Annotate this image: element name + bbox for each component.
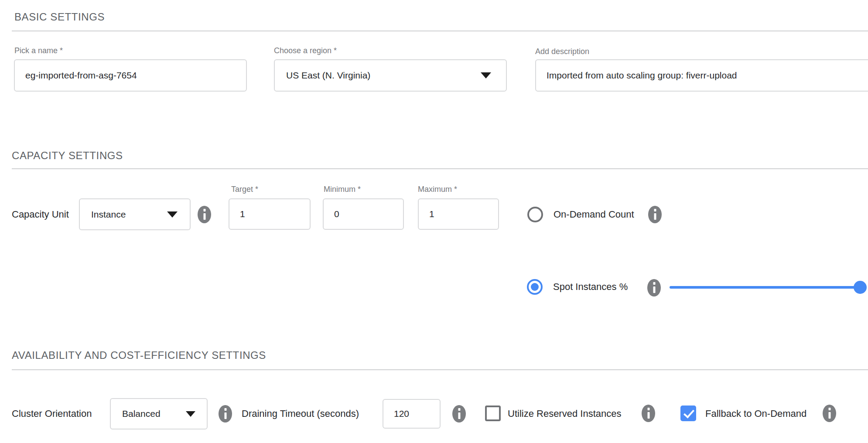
cluster-orientation-dropdown-value: Balanced — [111, 409, 186, 419]
region-field-label: Choose a region * — [274, 46, 337, 55]
draining-timeout-info-icon[interactable] — [452, 405, 466, 423]
maximum-field-label: Maximum * — [418, 185, 457, 194]
description-input[interactable] — [535, 59, 868, 92]
cluster-orientation-label: Cluster Orientation — [12, 408, 92, 419]
availability-settings-title: AVAILABILITY AND COST-EFFICIENCY SETTING… — [12, 349, 266, 361]
on-demand-count-info-icon[interactable] — [648, 206, 662, 223]
spot-percentage-slider-thumb[interactable] — [854, 281, 867, 294]
utilize-reserved-info-icon[interactable] — [642, 405, 655, 422]
spot-instances-info-icon[interactable] — [647, 279, 661, 296]
minimum-field-label: Minimum * — [324, 185, 361, 194]
draining-timeout-input[interactable] — [383, 399, 441, 429]
fallback-on-demand-label[interactable]: Fallback to On-Demand — [705, 408, 806, 419]
draining-timeout-label: Draining Timeout (seconds) — [242, 408, 359, 419]
capacity-settings-divider — [12, 168, 868, 169]
fallback-on-demand-info-icon[interactable] — [823, 405, 836, 422]
cluster-orientation-dropdown[interactable]: Balanced — [110, 398, 208, 429]
spot-instances-label[interactable]: Spot Instances % — [553, 281, 628, 293]
basic-settings-title: BASIC SETTINGS — [14, 11, 105, 23]
capacity-unit-label: Capacity Unit — [12, 209, 69, 220]
capacity-unit-info-icon[interactable] — [198, 206, 211, 223]
target-field-label: Target * — [231, 185, 258, 194]
fallback-on-demand-checkbox[interactable] — [680, 406, 696, 421]
target-input[interactable] — [229, 198, 311, 230]
basic-settings-divider — [12, 31, 868, 31]
name-field-label: Pick a name * — [14, 46, 63, 55]
chevron-down-icon — [167, 211, 178, 218]
capacity-unit-dropdown[interactable]: Instance — [79, 198, 191, 230]
chevron-down-icon — [186, 411, 195, 417]
cluster-orientation-info-icon[interactable] — [219, 405, 232, 423]
spot-percentage-slider-track[interactable] — [670, 286, 860, 289]
spot-instances-radio[interactable] — [527, 279, 543, 295]
description-field-label: Add description — [535, 47, 589, 56]
capacity-settings-title: CAPACITY SETTINGS — [12, 150, 123, 162]
utilize-reserved-label[interactable]: Utilize Reserved Instances — [508, 408, 621, 419]
name-input[interactable] — [14, 59, 247, 92]
region-dropdown-value: US East (N. Virginia) — [275, 70, 481, 81]
on-demand-count-radio[interactable] — [527, 207, 543, 222]
capacity-unit-dropdown-value: Instance — [80, 209, 167, 220]
utilize-reserved-checkbox[interactable] — [485, 406, 501, 421]
maximum-input[interactable] — [418, 198, 499, 230]
availability-settings-divider — [12, 369, 868, 370]
chevron-down-icon — [481, 72, 491, 78]
region-dropdown[interactable]: US East (N. Virginia) — [274, 59, 507, 92]
minimum-input[interactable] — [323, 198, 404, 230]
on-demand-count-label[interactable]: On-Demand Count — [554, 209, 634, 220]
